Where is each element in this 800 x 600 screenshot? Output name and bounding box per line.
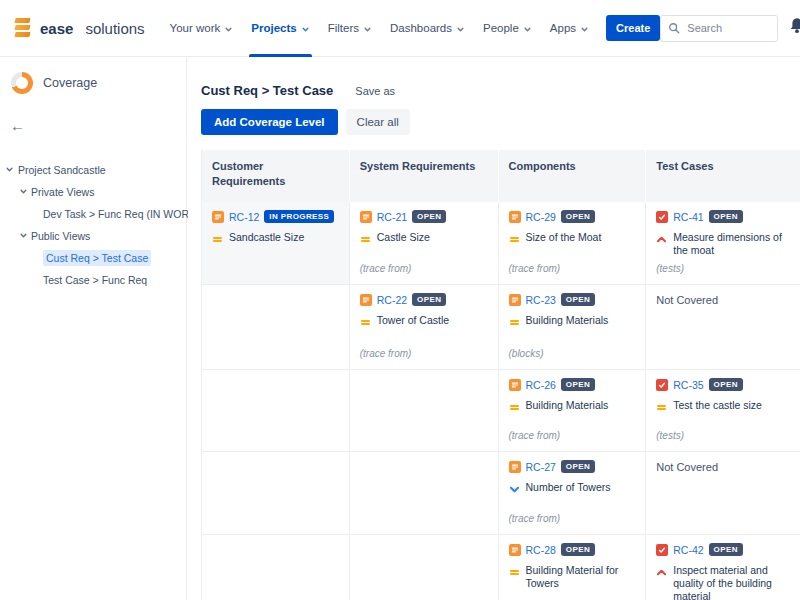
coverage-matrix: Customer RequirementsSystem Requirements…: [201, 150, 800, 600]
requirement-icon: [509, 461, 521, 473]
nav-item-apps[interactable]: Apps: [541, 0, 598, 57]
relation-label: (trace from): [360, 263, 488, 278]
chevron-down-icon: [523, 25, 532, 34]
issue-summary[interactable]: Test the castle size: [673, 399, 762, 412]
nav-item-filters[interactable]: Filters: [319, 0, 381, 57]
issue-summary[interactable]: Castle Size: [377, 231, 430, 244]
table-row: RC-27OPENNumber of Towers(trace from)Not…: [202, 452, 800, 535]
issue-card-header: RC-21OPEN: [360, 210, 488, 223]
issue-card-header: RC-12IN PROGRESS: [212, 210, 339, 223]
issue-summary[interactable]: Inspect material and quality of the buil…: [673, 564, 790, 600]
main-content: Cust Req > Test Case Save as Add Coverag…: [188, 57, 800, 600]
issue-summary-line: Inspect material and quality of the buil…: [656, 564, 790, 600]
relation-label: (tests): [656, 430, 790, 445]
priority-high-icon: [656, 564, 667, 582]
sidebar-tree-item[interactable]: Cust Req > Test Case: [0, 251, 186, 265]
priority-medium-icon: [656, 399, 667, 417]
issue-key-link[interactable]: RC-26: [526, 379, 556, 391]
status-badge: OPEN: [561, 378, 595, 391]
coverage-cell: RC-27OPENNumber of Towers(trace from): [499, 452, 647, 535]
issue-key-link[interactable]: RC-12: [229, 211, 259, 223]
chevron-down-icon: [363, 25, 372, 34]
coverage-cell: RC-12IN PROGRESSSandcastle Size: [202, 202, 350, 285]
table-row: RC-26OPENBuilding Materials(trace from)R…: [202, 370, 800, 452]
nav-item-dashboards[interactable]: Dashboards: [381, 0, 474, 57]
views-tree: Project SandcastlePrivate ViewsDev Task …: [0, 163, 186, 287]
app-logo[interactable]: easesolutions: [14, 17, 145, 39]
issue-key-link[interactable]: RC-22: [377, 294, 407, 306]
issue-key-link[interactable]: RC-23: [526, 294, 556, 306]
sidebar-tree-item[interactable]: Project Sandcastle: [0, 163, 186, 177]
notifications-bell-icon[interactable]: [788, 17, 800, 39]
relation-label: (blocks): [509, 348, 636, 363]
coverage-cell: [350, 370, 499, 452]
sidebar-tree-item[interactable]: Dev Task > Func Req (IN WORK): [0, 207, 186, 221]
issue-summary[interactable]: Measure dimensions of the moat: [673, 231, 790, 257]
priority-medium-icon: [509, 564, 520, 582]
issue-key-link[interactable]: RC-28: [526, 544, 556, 556]
not-covered-label: Not Covered: [656, 293, 790, 306]
requirement-icon: [509, 211, 521, 223]
issue-key-link[interactable]: RC-29: [526, 211, 556, 223]
issue-summary[interactable]: Size of the Moat: [526, 231, 602, 244]
issue-summary[interactable]: Tower of Castle: [377, 314, 449, 327]
column-header: Components: [499, 150, 647, 202]
issue-summary-line: Castle Size: [360, 231, 488, 249]
back-arrow-icon[interactable]: ←: [10, 118, 25, 133]
requirement-icon: [509, 379, 521, 391]
nav-item-your-work[interactable]: Your work: [161, 0, 243, 57]
issue-card-header: RC-23OPEN: [509, 293, 636, 306]
status-badge: OPEN: [561, 460, 595, 473]
issue-summary-line: Size of the Moat: [509, 231, 636, 249]
issue-key-link[interactable]: RC-35: [673, 379, 703, 391]
issue-summary[interactable]: Sandcastle Size: [229, 231, 304, 244]
coverage-cell: RC-35OPENTest the castle size(tests): [646, 370, 800, 452]
relation-label: (tests): [656, 263, 790, 278]
sidebar-tree-item[interactable]: Public Views: [0, 229, 186, 243]
issue-summary-line: Number of Towers: [509, 481, 636, 499]
nav-item-label: People: [483, 22, 519, 34]
priority-medium-icon: [509, 231, 520, 249]
create-button[interactable]: Create: [606, 15, 660, 41]
logo-text-solutions: solutions: [85, 20, 144, 37]
sidebar-tree-item[interactable]: Test Case > Func Req: [0, 273, 186, 287]
issue-summary[interactable]: Building Materials: [526, 399, 609, 412]
issue-summary[interactable]: Building Material for Towers: [526, 564, 636, 590]
search-input[interactable]: [685, 21, 767, 35]
table-row: RC-12IN PROGRESSSandcastle SizeRC-21OPEN…: [202, 202, 800, 285]
issue-summary-line: Measure dimensions of the moat: [656, 231, 790, 257]
tree-item-label: Dev Task > Func Req (IN WORK): [43, 208, 199, 220]
coverage-cell: [350, 535, 499, 600]
requirement-icon: [509, 544, 521, 556]
issue-key-link[interactable]: RC-42: [673, 544, 703, 556]
issue-summary-line: Building Materials: [509, 314, 636, 332]
clear-all-button[interactable]: Clear all: [346, 109, 410, 135]
chevron-down-icon: [456, 25, 465, 34]
search-icon: [668, 22, 680, 34]
issue-key-link[interactable]: RC-41: [673, 211, 703, 223]
issue-summary[interactable]: Building Materials: [526, 314, 609, 327]
coverage-cell: [350, 452, 499, 535]
add-coverage-level-button[interactable]: Add Coverage Level: [201, 109, 338, 135]
issue-key-link[interactable]: RC-21: [377, 211, 407, 223]
issue-key-link[interactable]: RC-27: [526, 461, 556, 473]
requirement-icon: [360, 211, 372, 223]
relation-label: (trace from): [509, 430, 636, 445]
coverage-cell: [202, 535, 350, 600]
coverage-cell: RC-21OPENCastle Size(trace from): [350, 202, 499, 285]
nav-items: Your workProjectsFiltersDashboardsPeople…: [161, 0, 598, 57]
requirement-icon: [360, 294, 372, 306]
test-case-icon: [656, 211, 668, 223]
issue-summary[interactable]: Number of Towers: [526, 481, 611, 494]
tree-item-label: Project Sandcastle: [18, 164, 106, 176]
nav-item-label: Filters: [328, 22, 359, 34]
sidebar-tree-item[interactable]: Private Views: [0, 185, 186, 199]
save-as-button[interactable]: Save as: [355, 85, 395, 97]
nav-item-projects[interactable]: Projects: [242, 0, 318, 57]
sidebar: Coverage ← Project SandcastlePrivate Vie…: [0, 57, 187, 600]
test-case-icon: [656, 544, 668, 556]
nav-item-people[interactable]: People: [474, 0, 541, 57]
status-badge: OPEN: [709, 210, 743, 223]
status-badge: OPEN: [561, 543, 595, 556]
search-box[interactable]: [660, 15, 778, 42]
